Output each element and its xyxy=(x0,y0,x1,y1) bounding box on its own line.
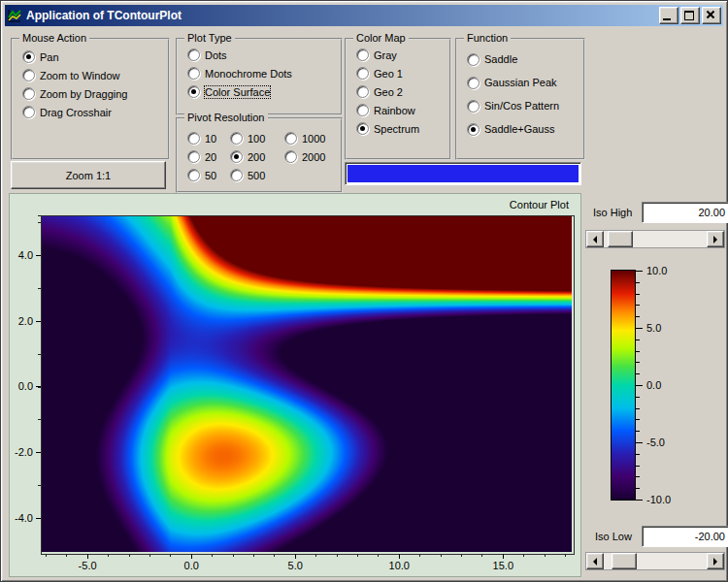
radio-icon xyxy=(187,85,200,98)
maximize-button[interactable] xyxy=(680,7,700,24)
x-tick-mark xyxy=(399,554,400,559)
group-title: Color Map xyxy=(353,32,409,44)
radio-res-500[interactable]: 500 xyxy=(226,166,281,184)
radio-icon xyxy=(356,85,369,98)
radio-icon xyxy=(356,67,369,80)
radio-res-100[interactable]: 100 xyxy=(226,129,281,147)
scale-tick-label: 5.0 xyxy=(646,322,661,334)
y-tick-label: -4.0 xyxy=(15,512,33,524)
plot-title: Contour Plot xyxy=(510,199,569,210)
radio-icon xyxy=(22,50,35,63)
radio-label: 200 xyxy=(248,151,265,163)
scale-tick-mark xyxy=(636,328,643,329)
color-scale-frame xyxy=(611,270,636,501)
y-tick-mark xyxy=(36,321,41,322)
x-axis: -5.00.05.010.015.0 xyxy=(42,554,572,571)
right-arrow-icon xyxy=(713,236,717,243)
iso-low-value-text: -20.00 xyxy=(695,531,725,542)
radio-icon xyxy=(22,106,35,118)
radio-sin-cos-pattern[interactable]: Sin/Cos Pattern xyxy=(463,94,581,117)
radio-drag-crosshair[interactable]: Drag Crosshair xyxy=(18,103,164,121)
scale-tick-label: -10.0 xyxy=(646,494,671,505)
iso-low-label: Iso Low xyxy=(595,531,632,542)
contour-plot-canvas[interactable] xyxy=(42,216,572,552)
radio-pan[interactable]: Pan xyxy=(18,48,164,66)
radio-label: 2000 xyxy=(302,151,325,163)
scroll-right-button[interactable] xyxy=(707,553,724,569)
radio-icon xyxy=(187,67,200,80)
close-button[interactable] xyxy=(702,7,721,24)
radio-label: Saddle xyxy=(484,53,517,65)
radio-icon xyxy=(187,150,200,163)
scale-tick-mark xyxy=(636,271,643,272)
x-tick-label: 0.0 xyxy=(184,560,199,571)
radio-spectrum[interactable]: Spectrum xyxy=(352,119,446,138)
radio-res-200[interactable]: 200 xyxy=(226,147,281,166)
radio-label: Color Surface xyxy=(205,86,270,98)
window-title: Application of TContourPlot xyxy=(26,9,657,22)
x-tick-mark xyxy=(191,554,192,559)
radio-label: Dots xyxy=(205,49,227,61)
radio-gray[interactable]: Gray xyxy=(352,46,446,64)
scale-tick-label: 0.0 xyxy=(646,379,661,391)
group-pivot-resolution: Pivot Resolution 10 20 50 100 200 500 xyxy=(176,117,343,193)
radio-res-50[interactable]: 50 xyxy=(183,166,226,184)
x-tick-mark xyxy=(87,554,88,559)
y-tick-label: 2.0 xyxy=(18,315,33,327)
right-arrow-icon xyxy=(713,558,717,566)
scrollbar-thumb[interactable] xyxy=(608,231,633,247)
radio-icon xyxy=(356,122,369,135)
x-minor-ticks xyxy=(42,554,572,557)
radio-icon xyxy=(230,169,243,181)
scroll-left-button[interactable] xyxy=(586,553,604,569)
x-tick-label: -5.0 xyxy=(79,560,97,571)
iso-high-label: Iso High xyxy=(593,207,632,218)
radio-label: Drag Crosshair xyxy=(40,107,112,118)
radio-icon xyxy=(284,150,297,163)
radio-zoom-to-window[interactable]: Zoom to Window xyxy=(18,66,164,84)
x-tick-label: 5.0 xyxy=(288,560,303,571)
radio-label: 500 xyxy=(248,170,265,181)
radio-zoom-by-dragging[interactable]: Zoom by Dragging xyxy=(18,84,164,103)
title-bar[interactable]: Application of TContourPlot xyxy=(5,5,723,26)
scrollbar-thumb[interactable] xyxy=(612,553,637,569)
radio-saddle[interactable]: Saddle xyxy=(463,48,581,71)
radio-label: Sin/Cos Pattern xyxy=(484,100,559,112)
group-plot-type: Plot Type Dots Monochrome Dots Color Sur… xyxy=(176,38,343,115)
scroll-left-button[interactable] xyxy=(586,231,604,247)
group-title: Mouse Action xyxy=(19,32,89,44)
radio-icon xyxy=(284,132,297,145)
iso-high-value[interactable]: 20.00 xyxy=(642,202,728,223)
radio-geo-1[interactable]: Geo 1 xyxy=(352,64,446,82)
scroll-right-button[interactable] xyxy=(707,231,724,247)
scale-tick-mark xyxy=(636,385,643,386)
radio-color-surface[interactable]: Color Surface xyxy=(183,82,337,101)
radio-res-10[interactable]: 10 xyxy=(183,129,226,147)
iso-low-scrollbar[interactable] xyxy=(585,552,725,570)
iso-low-value[interactable]: -20.00 xyxy=(642,526,728,547)
radio-res-2000[interactable]: 2000 xyxy=(281,147,331,166)
radio-label: Pan xyxy=(40,51,59,63)
color-indicator-fill xyxy=(347,165,579,182)
app-icon xyxy=(7,8,22,23)
radio-monochrome-dots[interactable]: Monochrome Dots xyxy=(183,64,337,82)
x-tick-label: 15.0 xyxy=(493,560,513,571)
y-tick-label: 0.0 xyxy=(18,380,33,392)
radio-res-20[interactable]: 20 xyxy=(183,147,226,166)
iso-high-scrollbar[interactable] xyxy=(585,230,725,248)
group-mouse-action: Mouse Action Pan Zoom to Window Zoom by … xyxy=(11,38,170,160)
radio-icon xyxy=(187,169,200,181)
left-arrow-icon xyxy=(593,236,597,243)
scale-tick-label: 10.0 xyxy=(646,265,667,276)
radio-icon xyxy=(467,77,480,89)
radio-gaussian-peak[interactable]: Gaussian Peak xyxy=(463,71,581,94)
radio-geo-2[interactable]: Geo 2 xyxy=(352,82,446,101)
radio-dots[interactable]: Dots xyxy=(183,46,337,64)
radio-res-1000[interactable]: 1000 xyxy=(281,129,331,147)
radio-saddle-gauss[interactable]: Saddle+Gauss xyxy=(463,117,581,141)
minimize-button[interactable] xyxy=(659,7,678,24)
radio-label: Zoom by Dragging xyxy=(40,88,128,100)
y-minor-ticks xyxy=(38,215,41,551)
radio-rainbow[interactable]: Rainbow xyxy=(352,101,446,119)
zoom-1-1-button[interactable]: Zoom 1:1 xyxy=(11,161,166,189)
